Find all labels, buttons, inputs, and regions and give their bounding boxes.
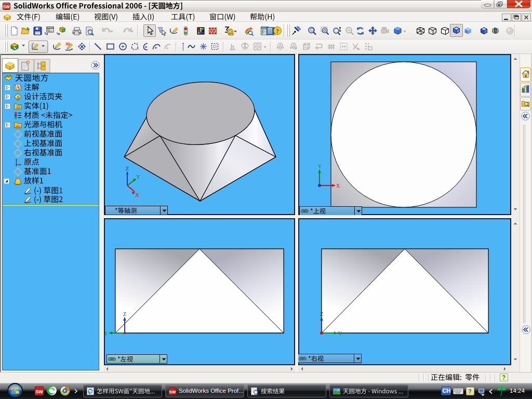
svg-text:?: ? xyxy=(276,28,279,35)
svg-text:SW: SW xyxy=(3,4,10,9)
svg-text:Z: Z xyxy=(123,311,126,317)
svg-text:X: X xyxy=(135,192,139,198)
svg-text:Z: Z xyxy=(320,311,323,317)
svg-text:Y: Y xyxy=(136,174,140,180)
svg-text:Z: Z xyxy=(126,165,129,171)
svg-text:Y: Y xyxy=(105,330,108,336)
svg-text:A: A xyxy=(16,85,20,90)
svg-text:X: X xyxy=(336,183,340,189)
svg-text:SW: SW xyxy=(35,389,43,394)
svg-text:Y: Y xyxy=(338,330,342,336)
svg-text:SW: SW xyxy=(169,390,176,394)
svg-text:%: % xyxy=(32,42,35,45)
svg-text:Y: Y xyxy=(318,164,322,169)
